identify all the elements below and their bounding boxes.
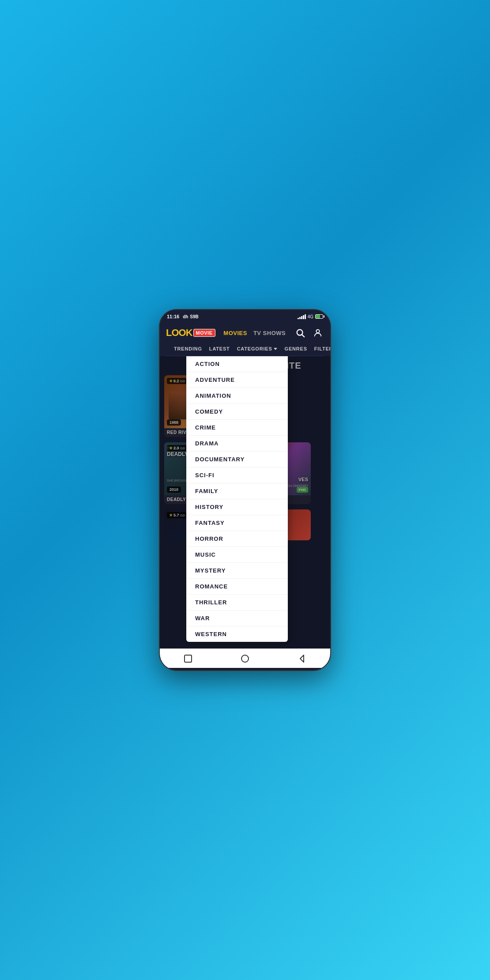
android-back-button[interactable] <box>294 651 310 667</box>
network-type: 4G <box>308 314 313 319</box>
category-fantasy[interactable]: FANTASY <box>186 515 288 531</box>
user-profile-button[interactable] <box>312 327 324 339</box>
app-header: LOOK MOVIE MOVIES TV SHOWS <box>160 323 330 356</box>
svg-rect-4 <box>185 655 192 662</box>
carrier2: S9B <box>190 314 198 319</box>
category-war[interactable]: WAR <box>186 611 288 626</box>
category-family[interactable]: FAMILY <box>186 483 288 499</box>
genres-nav[interactable]: GENRES <box>281 345 311 352</box>
svg-point-2 <box>316 330 319 333</box>
svg-point-5 <box>241 655 249 662</box>
nav-movies[interactable]: MOVIES <box>223 330 247 336</box>
status-left: 11:16 dh S9B <box>167 314 199 319</box>
category-history[interactable]: HISTORY <box>186 499 288 515</box>
carrier: dh <box>183 314 188 319</box>
categories-dropdown: ACTION ADVENTURE ANIMATION COMEDY CRIME … <box>186 356 288 642</box>
signal-icon <box>298 314 306 319</box>
category-mystery[interactable]: MYSTERY <box>186 563 288 579</box>
svg-marker-6 <box>300 655 304 662</box>
nav-tv-shows[interactable]: TV SHOWS <box>253 330 286 336</box>
header-icons <box>294 327 324 339</box>
categories-nav[interactable]: CATEGORIES <box>234 345 281 352</box>
category-action[interactable]: ACTION <box>186 356 288 372</box>
category-animation[interactable]: ANIMATION <box>186 388 288 404</box>
category-crime[interactable]: CRIME <box>186 420 288 436</box>
svg-marker-3 <box>274 348 277 350</box>
filter-nav[interactable]: FILTER <box>311 345 331 352</box>
category-western[interactable]: WESTERN <box>186 626 288 642</box>
category-documentary[interactable]: DOCUMENTARY <box>186 452 288 467</box>
svg-line-1 <box>302 335 304 337</box>
android-square-button[interactable] <box>180 651 196 667</box>
battery-fill <box>316 315 320 318</box>
sub-nav: TRENDING LATEST CATEGORIES GENRES FILTER <box>166 343 324 356</box>
nav-links: MOVIES TV SHOWS <box>223 330 286 336</box>
header-top: LOOK MOVIE MOVIES TV SHOWS <box>166 327 324 339</box>
category-romance[interactable]: ROMANCE <box>186 579 288 595</box>
category-drama[interactable]: DRAMA <box>186 436 288 452</box>
category-horror[interactable]: HORROR <box>186 531 288 547</box>
logo[interactable]: LOOK MOVIE <box>166 327 215 339</box>
main-content: LATEST ADDED TO SITE RED RIVER ★ 6.2 /10 <box>160 356 330 648</box>
logo-movie-text: MOVIE <box>193 329 215 337</box>
category-adventure[interactable]: ADVENTURE <box>186 372 288 388</box>
trending-nav[interactable]: TRENDING <box>170 345 206 352</box>
time: 11:16 <box>167 314 179 319</box>
android-home-button[interactable] <box>237 651 253 667</box>
bottom-nav-bar <box>160 648 330 668</box>
battery-icon <box>315 314 323 319</box>
category-thriller[interactable]: THRILLER <box>186 595 288 611</box>
search-button[interactable] <box>294 327 306 339</box>
category-sci-fi[interactable]: SCI-FI <box>186 467 288 483</box>
status-bar: 11:16 dh S9B 4G <box>160 310 330 323</box>
status-right: 4G <box>298 314 323 319</box>
logo-look-text: LOOK <box>166 327 192 339</box>
category-music[interactable]: MUSIC <box>186 547 288 563</box>
phone-device: 11:16 dh S9B 4G LOOK MOVIE <box>159 309 331 671</box>
latest-nav[interactable]: LATEST <box>206 345 234 352</box>
category-comedy[interactable]: COMEDY <box>186 404 288 420</box>
